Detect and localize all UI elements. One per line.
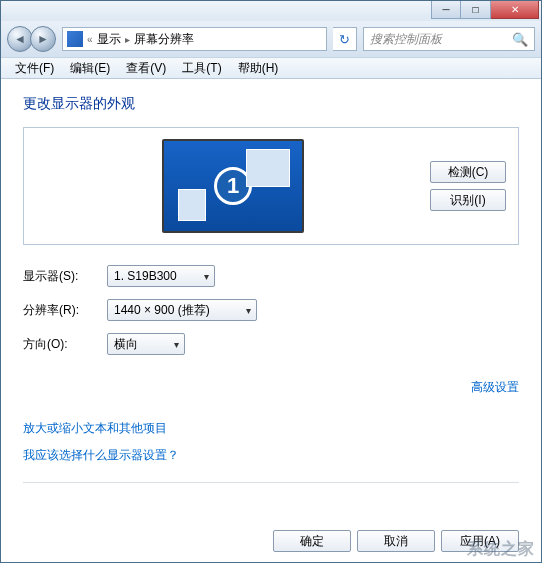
minimize-button[interactable]: ─ bbox=[431, 1, 461, 19]
advanced-link-row: 高级设置 bbox=[23, 377, 519, 396]
display-label: 显示器(S): bbox=[23, 268, 107, 285]
forward-button[interactable]: ► bbox=[30, 26, 56, 52]
detect-button[interactable]: 检测(C) bbox=[430, 161, 506, 183]
divider bbox=[23, 482, 519, 483]
monitor-preview-wrap: 1 bbox=[36, 139, 430, 233]
resolution-value: 1440 × 900 (推荐) bbox=[114, 302, 210, 319]
orientation-dropdown[interactable]: 横向 bbox=[107, 333, 185, 355]
nav-toolbar: ◄ ► « 显示 ▸ 屏幕分辨率 ↻ 搜索控制面板 🔍 bbox=[1, 21, 541, 57]
orientation-label: 方向(O): bbox=[23, 336, 107, 353]
refresh-button[interactable]: ↻ bbox=[333, 27, 357, 51]
monitor-window-decor bbox=[178, 189, 206, 221]
search-icon[interactable]: 🔍 bbox=[512, 32, 528, 47]
dialog-buttons: 确定 取消 应用(A) bbox=[273, 530, 519, 552]
settings-form: 显示器(S): 1. S19B300 分辨率(R): 1440 × 900 (推… bbox=[23, 265, 519, 355]
ok-button[interactable]: 确定 bbox=[273, 530, 351, 552]
maximize-button[interactable]: □ bbox=[461, 1, 491, 19]
window-controls: ─ □ ✕ bbox=[431, 1, 539, 21]
monitor-preview-panel: 1 检测(C) 识别(I) bbox=[23, 127, 519, 245]
breadcrumb-item[interactable]: 显示 bbox=[97, 31, 121, 48]
menu-help[interactable]: 帮助(H) bbox=[230, 58, 287, 79]
refresh-icon: ↻ bbox=[339, 32, 350, 47]
menu-edit[interactable]: 编辑(E) bbox=[62, 58, 118, 79]
breadcrumb-item[interactable]: 屏幕分辨率 bbox=[134, 31, 194, 48]
identify-button[interactable]: 识别(I) bbox=[430, 189, 506, 211]
nav-arrows: ◄ ► bbox=[7, 26, 56, 52]
page-title: 更改显示器的外观 bbox=[23, 95, 519, 113]
search-input[interactable]: 搜索控制面板 🔍 bbox=[363, 27, 535, 51]
display-dropdown[interactable]: 1. S19B300 bbox=[107, 265, 215, 287]
row-orientation: 方向(O): 横向 bbox=[23, 333, 519, 355]
menu-tools[interactable]: 工具(T) bbox=[174, 58, 229, 79]
breadcrumb-chevron-icon: « bbox=[87, 34, 93, 45]
which-display-link[interactable]: 我应该选择什么显示器设置？ bbox=[23, 447, 519, 464]
breadcrumb-sep-icon: ▸ bbox=[125, 34, 130, 45]
control-panel-icon bbox=[67, 31, 83, 47]
search-placeholder: 搜索控制面板 bbox=[370, 31, 442, 48]
resolution-dropdown[interactable]: 1440 × 900 (推荐) bbox=[107, 299, 257, 321]
menu-view[interactable]: 查看(V) bbox=[118, 58, 174, 79]
display-value: 1. S19B300 bbox=[114, 269, 177, 283]
row-display: 显示器(S): 1. S19B300 bbox=[23, 265, 519, 287]
content-area: 更改显示器的外观 1 检测(C) 识别(I) 显示器(S): 1. S19B30… bbox=[1, 79, 541, 562]
monitor-window-decor bbox=[246, 149, 290, 187]
resolution-label: 分辨率(R): bbox=[23, 302, 107, 319]
window-frame: ─ □ ✕ ◄ ► « 显示 ▸ 屏幕分辨率 ↻ 搜索控制面板 🔍 文件(F) … bbox=[0, 0, 542, 563]
menu-bar: 文件(F) 编辑(E) 查看(V) 工具(T) 帮助(H) bbox=[1, 57, 541, 79]
help-links: 放大或缩小文本和其他项目 我应该选择什么显示器设置？ bbox=[23, 420, 519, 464]
monitor-icon[interactable]: 1 bbox=[162, 139, 304, 233]
address-bar[interactable]: « 显示 ▸ 屏幕分辨率 bbox=[62, 27, 327, 51]
orientation-value: 横向 bbox=[114, 336, 138, 353]
close-button[interactable]: ✕ bbox=[491, 1, 539, 19]
cancel-button[interactable]: 取消 bbox=[357, 530, 435, 552]
advanced-settings-link[interactable]: 高级设置 bbox=[471, 380, 519, 394]
menu-file[interactable]: 文件(F) bbox=[7, 58, 62, 79]
preview-side-buttons: 检测(C) 识别(I) bbox=[430, 161, 506, 211]
text-size-link[interactable]: 放大或缩小文本和其他项目 bbox=[23, 420, 519, 437]
apply-button[interactable]: 应用(A) bbox=[441, 530, 519, 552]
row-resolution: 分辨率(R): 1440 × 900 (推荐) bbox=[23, 299, 519, 321]
titlebar: ─ □ ✕ bbox=[1, 1, 541, 21]
